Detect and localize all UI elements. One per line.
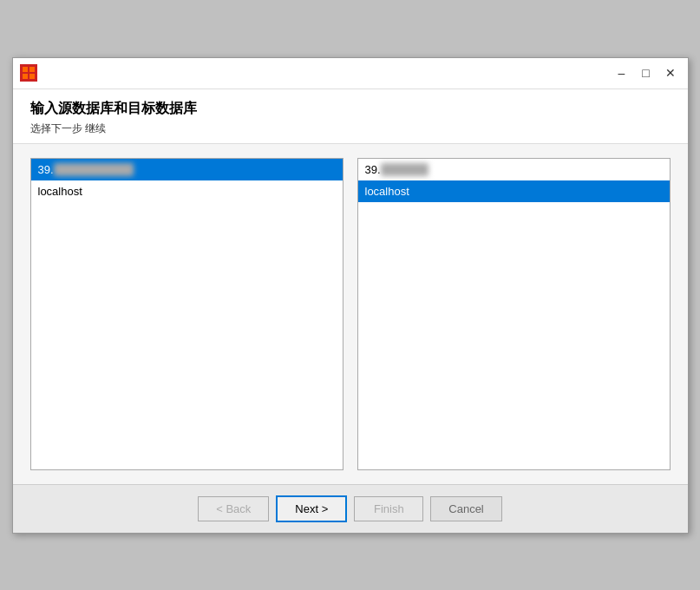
cancel-button[interactable]: Cancel: [430, 496, 501, 521]
list-item[interactable]: localhost: [358, 180, 670, 202]
next-button[interactable]: Next >: [276, 495, 347, 522]
title-bar: – □ ✕: [13, 58, 688, 89]
minimize-button[interactable]: –: [612, 62, 632, 83]
list-item[interactable]: 39.██████: [358, 159, 670, 180]
window-body: 39.██████████ localhost 39.██████ localh…: [13, 144, 688, 484]
app-icon: [20, 64, 37, 82]
source-db-panel[interactable]: 39.██████████ localhost: [30, 158, 343, 470]
target-db-panel[interactable]: 39.██████ localhost: [357, 158, 671, 470]
main-window: – □ ✕ 输入源数据库和目标数据库 选择下一步 继续 39.█████████…: [12, 57, 689, 534]
maximize-button[interactable]: □: [636, 62, 657, 83]
dialog-title: 输入源数据库和目标数据库: [30, 100, 671, 118]
title-bar-left: [20, 64, 37, 82]
svg-rect-3: [29, 74, 35, 79]
back-button[interactable]: < Back: [198, 496, 269, 521]
footer: < Back Next > Finish Cancel: [13, 484, 688, 533]
svg-rect-2: [23, 74, 28, 79]
finish-button[interactable]: Finish: [354, 496, 423, 521]
svg-rect-0: [23, 67, 28, 72]
list-item[interactable]: 39.██████████: [31, 159, 343, 180]
dialog-subtitle: 选择下一步 继续: [30, 121, 671, 136]
window-header: 输入源数据库和目标数据库 选择下一步 继续: [13, 89, 688, 144]
svg-rect-1: [29, 67, 35, 72]
close-button[interactable]: ✕: [660, 62, 681, 83]
title-bar-controls: – □ ✕: [612, 62, 681, 83]
list-item[interactable]: localhost: [31, 180, 343, 202]
